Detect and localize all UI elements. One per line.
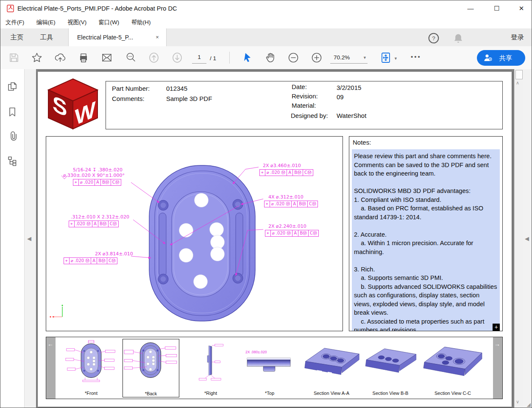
right-pane-handle: ◀ ◢: [523, 69, 532, 408]
scrollbar-thumb[interactable]: [515, 70, 523, 79]
comments-value: Sample 3D PDF: [166, 95, 212, 102]
carousel-left-rail: ←: [46, 337, 56, 399]
zoom-level-dropdown[interactable]: 70.2% ▼: [330, 53, 368, 64]
menu-bar: 文件(F) 编辑(E) 视图(V) 窗口(W) 帮助(H): [0, 17, 532, 29]
collapse-left-pane-icon[interactable]: ◀: [27, 235, 31, 242]
view-thumb-label: Section View C-C: [421, 391, 485, 396]
pmi-callout-counterbore: 5/16-24 ↧ .380±.020 ⌀.330±.020 X 90°±1.0…: [63, 167, 125, 186]
print-icon[interactable]: [78, 52, 89, 64]
acrobat-window: Electrical Plate-5_Ports_PMI.PDF - Adobe…: [0, 0, 532, 408]
scroll-down-icon[interactable]: ∨: [516, 399, 519, 405]
left-pane-handle: ◀: [25, 69, 36, 408]
select-tool-icon[interactable]: [241, 52, 253, 64]
front-view-image: [65, 339, 117, 389]
pmi-callout-2240: 2X ⌀2.240±.010 ⌖⌀ .020 ⓂABⓂCⓂ: [265, 224, 319, 237]
tab-home[interactable]: 主页: [4, 28, 30, 46]
view-thumb-back[interactable]: *Back: [123, 339, 179, 397]
save-icon[interactable]: [8, 52, 20, 64]
pmi-callout-3460: 2X ⌀3.460±.010 ⌖⌀ .020 ⓂABⓂCⓂ: [259, 163, 313, 176]
page-count-label: / 1: [210, 55, 216, 61]
notes-title: Notes:: [353, 139, 371, 146]
menu-window[interactable]: 窗口(W): [94, 17, 125, 28]
material-label: Material:: [292, 102, 316, 109]
hand-tool-icon[interactable]: [265, 52, 276, 64]
view-thumb-section-cc[interactable]: Section View C-C: [421, 339, 485, 397]
notes-panel: Notes: Please review this part and share…: [349, 136, 503, 331]
main-toolbar: 1 / 1 70.2% ▼ ▼ •••: [0, 46, 532, 70]
back-view-image: [123, 339, 178, 388]
sign-in-link[interactable]: 登录: [511, 28, 524, 46]
revision-value: 09: [337, 93, 344, 101]
view-thumb-label: *Back: [123, 391, 179, 396]
pmi-callout-312: 4X ⌀.312±.010 ⌖⌀ .020 ⓂABⓂCⓂ: [264, 194, 318, 207]
navigation-pane: [0, 69, 25, 408]
page-number-input[interactable]: 1: [192, 54, 206, 64]
search-icon[interactable]: [125, 52, 137, 64]
title-block: Part Number: 012345 Comments: Sample 3D …: [106, 81, 503, 129]
close-button[interactable]: ✕: [515, 3, 527, 14]
view-thumb-section-bb[interactable]: Section View B-B: [361, 339, 420, 397]
view-thumb-label: Section View B-B: [361, 391, 420, 396]
view-thumb-label: *Right: [186, 391, 235, 396]
scroll-up-icon[interactable]: ∧: [516, 80, 519, 86]
cloud-upload-icon[interactable]: [54, 52, 66, 64]
scroll-right-icon[interactable]: →: [494, 341, 500, 347]
model-3d-view[interactable]: 5/16-24 ↧ .380±.020 ⌀.330±.020 X 90°±1.0…: [46, 136, 343, 331]
help-icon[interactable]: ?: [428, 33, 439, 44]
view-thumb-right[interactable]: *Right: [186, 339, 235, 397]
zoom-in-icon[interactable]: [311, 52, 323, 64]
zoom-out-icon[interactable]: [287, 52, 299, 64]
menu-edit[interactable]: 编辑(E): [31, 17, 61, 28]
svg-text:?: ?: [432, 35, 435, 42]
menu-help[interactable]: 帮助(H): [126, 17, 156, 28]
menu-file[interactable]: 文件(F): [0, 17, 29, 28]
previous-page-icon[interactable]: [148, 52, 160, 64]
attachments-paperclip-icon[interactable]: [7, 131, 18, 142]
tab-tools[interactable]: 工具: [33, 28, 60, 46]
menu-view[interactable]: 视图(V): [62, 17, 92, 28]
pdf-page: S W Part Number: 012345 Comments: Sample…: [38, 72, 512, 407]
more-tools-icon[interactable]: •••: [411, 53, 421, 60]
toolbar-separator: [229, 52, 230, 64]
view-thumb-section-aa[interactable]: Section View A-A: [301, 339, 362, 397]
notes-text-area[interactable]: Please review this part and share commen…: [352, 149, 500, 331]
email-icon[interactable]: [101, 52, 113, 64]
top-view-image: [242, 339, 297, 389]
minimize-button[interactable]: —: [465, 3, 476, 14]
designed-by-label: Designed by:: [291, 112, 328, 119]
pmi-callout-3814: 2X ⌀3.814±.010 ⌖⌀ .020 ⓂABⓂCⓂ: [64, 251, 133, 264]
section-cc-image: [421, 339, 485, 386]
bookmarks-icon[interactable]: [7, 106, 18, 117]
zoom-level-value: 70.2%: [334, 54, 350, 61]
section-bb-image: [361, 339, 420, 385]
view-thumb-label: *Top: [242, 391, 297, 396]
share-button[interactable]: 共享: [477, 50, 525, 66]
collapse-right-pane-icon[interactable]: ◀: [525, 235, 529, 242]
pdf-file-icon: [7, 5, 14, 12]
part-number-value: 012345: [166, 85, 187, 92]
share-button-label: 共享: [499, 54, 513, 61]
comments-label: Comments:: [112, 95, 145, 102]
tab-document[interactable]: Electrical Plate-5_P... ×: [68, 28, 167, 46]
next-page-icon[interactable]: [171, 52, 183, 64]
tab-close-icon[interactable]: ×: [153, 34, 161, 41]
view-thumb-label: *Front: [65, 391, 117, 396]
notifications-bell-icon[interactable]: [453, 33, 464, 44]
fit-page-icon[interactable]: [380, 52, 392, 64]
date-label: Date:: [292, 83, 307, 90]
star-icon[interactable]: [31, 52, 43, 64]
resize-grip-icon[interactable]: ◢: [527, 402, 531, 408]
model-tree-icon[interactable]: [7, 155, 18, 166]
tab-document-label: Electrical Plate-5_P...: [77, 28, 133, 46]
scroll-left-icon[interactable]: ←: [47, 341, 53, 347]
fit-page-caret-icon[interactable]: ▼: [394, 56, 398, 61]
view-thumb-front[interactable]: *Front: [65, 339, 117, 397]
date-value: 3/2/2015: [337, 84, 361, 91]
maximize-button[interactable]: ☐: [491, 3, 503, 14]
page-thumbnails-icon[interactable]: [7, 81, 18, 92]
view-thumb-top[interactable]: 2X .080±.020 *Top: [242, 339, 297, 397]
notes-expand-icon[interactable]: +: [493, 324, 500, 331]
top-view-annotation: 2X .080±.020: [245, 350, 267, 354]
solidworks-logo: S W: [45, 78, 100, 130]
vertical-scrollbar[interactable]: ∧ ∨: [514, 69, 523, 408]
